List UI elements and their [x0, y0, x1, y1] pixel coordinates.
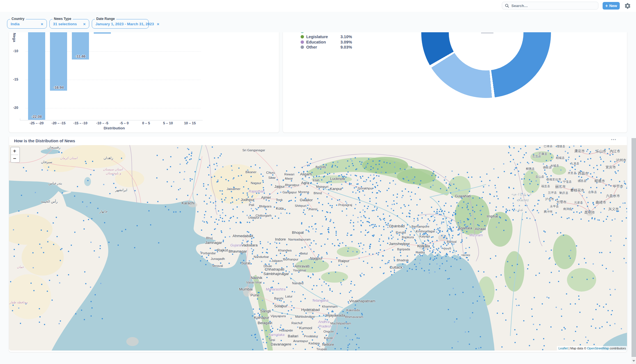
plus-icon: + [605, 3, 608, 8]
map-card-title: How is the Distribution of News [14, 139, 75, 143]
map-base-layer [9, 145, 627, 351]
search-input[interactable]: Search… [502, 2, 598, 10]
bar-chart-card: Nega -10-15-20 -22.08-16.94-11.46 -25 – … [9, 32, 279, 133]
close-icon[interactable]: × [41, 22, 43, 26]
legend-row[interactable]: Other9.03% [283, 45, 395, 50]
search-placeholder: Search… [511, 4, 528, 8]
bar[interactable] [50, 32, 67, 91]
attribution-text: | Map data © [568, 347, 587, 350]
legend-row[interactable]: Education3.09% [283, 40, 395, 45]
filter-chip-date-range[interactable]: Date Range January 1, 2023 - March 31, 2… [92, 19, 149, 29]
openstreetmap-link[interactable]: OpenStreetMap [587, 347, 609, 350]
x-axis-cap [20, 118, 20, 120]
filter-bar: Country India × News Type 31 selections … [0, 12, 636, 32]
x-tick-label: -5 – 0 [112, 121, 137, 125]
close-icon[interactable]: × [157, 22, 159, 26]
legend-dot [301, 45, 304, 49]
top-nav-bar: Search… + New [0, 0, 636, 12]
clipped-center-text [481, 33, 493, 33]
scrollbar-down-arrow[interactable] [632, 358, 636, 364]
map-card: How is the Distribution of News ••• [9, 137, 627, 352]
legend-label: Legislature [306, 35, 328, 39]
filter-chip-country[interactable]: Country India × [7, 19, 47, 29]
leaflet-map[interactable]: Sri GanganagarBikanerChuruSikarNagaurJai… [9, 145, 627, 351]
x-tick-label: -10 – -5 [90, 121, 115, 125]
filter-value: India [11, 22, 20, 26]
legend-dot [301, 35, 304, 38]
legend-percent: 9.03% [340, 45, 352, 49]
map-card-header: How is the Distribution of News ••• [9, 137, 627, 145]
legend-dot [301, 40, 304, 44]
bar[interactable] [94, 32, 111, 34]
donut-chart-card: Legislature3.10%Education3.09%Other9.03% [283, 32, 627, 133]
close-icon[interactable]: × [83, 22, 86, 26]
filter-label: Country [10, 17, 26, 21]
bar-value-label: -16.94 [50, 85, 67, 90]
y-tick-label: -10 [10, 49, 18, 53]
y-tick-label: -20 [10, 106, 18, 110]
filter-value: 31 selections [53, 22, 77, 26]
search-icon [505, 4, 509, 8]
attribution-text: contributors [609, 347, 626, 350]
ellipsis-menu-icon[interactable]: ••• [611, 138, 617, 142]
legend-percent: 3.10% [340, 35, 352, 39]
legend-label: Other [306, 45, 317, 49]
zoom-out-button[interactable]: − [11, 155, 18, 162]
filter-label: Date Range [95, 17, 116, 21]
bar-value-label: -22.08 [28, 115, 45, 119]
x-axis-title: Distribution [74, 126, 155, 130]
y-tick-label: -15 [10, 77, 18, 81]
x-tick-label: -15 – -10 [68, 121, 93, 125]
new-button[interactable]: + New [603, 2, 620, 10]
settings-gear-icon[interactable] [624, 3, 631, 9]
x-axis-line [20, 120, 203, 120]
map-attribution: Leaflet | Map data © OpenStreetMap contr… [557, 346, 627, 351]
bar-value-label: -11.46 [72, 54, 89, 58]
dashboard-page: Search… + New Country India × News Type … [0, 0, 636, 364]
x-tick-label: -25 – -20 [24, 121, 49, 125]
legend-dot-partial [301, 32, 304, 33]
zoom-in-button[interactable]: + [11, 147, 18, 155]
legend-percent: 3.09% [340, 40, 352, 44]
scrollbar-thumb[interactable] [632, 138, 636, 357]
filter-chip-news-type[interactable]: News Type 31 selections × [49, 19, 89, 29]
y-axis-label: Nega [10, 32, 17, 44]
x-tick-label: 5 – 10 [155, 121, 181, 125]
x-tick-label: 10 – 15 [177, 121, 203, 125]
gridline [26, 108, 201, 108]
map-zoom-control: + − [10, 147, 20, 163]
bar[interactable] [28, 32, 45, 120]
legend-row[interactable]: Legislature3.10% [283, 35, 395, 40]
leaflet-link[interactable]: Leaflet [559, 347, 568, 350]
filter-label: News Type [52, 17, 73, 21]
legend-label: Education [306, 40, 326, 44]
x-tick-label: -20 – -15 [46, 121, 71, 125]
filter-value: January 1, 2023 - March 31, 2023 [95, 22, 154, 26]
x-tick-label: 0 – 5 [134, 121, 159, 125]
new-button-label: New [609, 4, 617, 8]
